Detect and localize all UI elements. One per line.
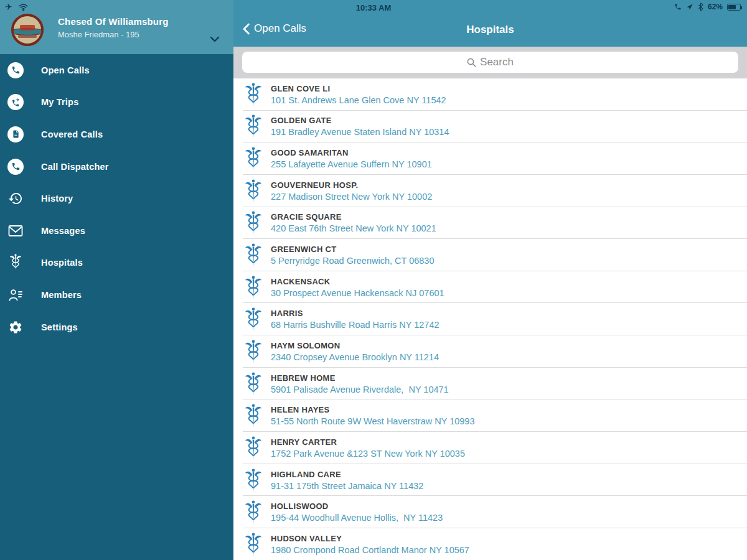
sidebar-item-label: Hospitals: [41, 258, 83, 268]
sidebar-item-messages[interactable]: Messages: [0, 215, 233, 247]
sidebar-item-label: Members: [41, 290, 82, 300]
hospital-list-item[interactable]: HAYM SOLOMON2340 Cropsey Avenue Brooklyn…: [233, 335, 747, 368]
caduceus-icon: [245, 211, 262, 236]
hospital-name: HEBREW HOME: [271, 373, 449, 383]
caduceus-icon: [245, 307, 262, 332]
sidebar-item-members[interactable]: Members: [0, 279, 233, 311]
hospital-name: HARRIS: [271, 309, 439, 318]
caduceus-icon: [245, 500, 262, 525]
sidebar-item-label: Covered Calls: [41, 129, 103, 139]
hospital-address: 2340 Cropsey Avenue Brooklyn NY 11214: [271, 352, 439, 362]
hospital-name: HAYM SOLOMON: [271, 341, 439, 350]
chevron-down-icon[interactable]: [210, 34, 220, 45]
phone-circle-icon: [7, 62, 24, 78]
hospital-list-item[interactable]: HUDSON VALLEY1980 Crompond Road Cortland…: [233, 528, 747, 560]
sidebar: Chesed Of Williamsburg Moshe Friedman - …: [0, 0, 233, 560]
sidebar-item-my-trips[interactable]: My Trips: [0, 86, 233, 119]
members-icon: [7, 287, 24, 303]
sidebar-item-label: Call Dispatcher: [41, 162, 109, 172]
hospital-address: 1980 Crompond Road Cortlandt Manor NY 10…: [271, 545, 469, 555]
hospital-list-item[interactable]: GREENWICH CT5 Perryridge Road Greenwich,…: [233, 239, 747, 271]
caduceus-icon: [245, 533, 262, 558]
hospital-address: 51-55 North Route 9W West Haverstraw NY …: [271, 416, 474, 426]
hospital-name: GOOD SAMARITAN: [271, 148, 432, 157]
hospital-address: 5901 Palisade Avenue Riverdale, NY 10471: [271, 385, 449, 394]
hospital-address: 101 St. Andrews Lane Glen Cove NY 11542: [271, 95, 446, 105]
hospital-list-item[interactable]: GOLDEN GATE191 Bradley Avenue Staten Isl…: [233, 111, 747, 143]
caduceus-icon: [245, 340, 262, 365]
sidebar-item-open-calls[interactable]: Open Calls: [0, 54, 233, 86]
hospital-list-item[interactable]: HACKENSACK30 Prospect Avenue Hackensack …: [233, 271, 747, 304]
hospital-list-item[interactable]: GRACIE SQUARE420 East 76th Street New Yo…: [233, 207, 747, 240]
caduceus-icon: [245, 83, 262, 108]
hospitals-caduceus-icon: [7, 254, 24, 271]
hospital-address: 91-31 175th Street Jamaica NY 11432: [271, 481, 423, 491]
app-screen: Chesed Of Williamsburg Moshe Friedman - …: [0, 0, 747, 560]
hospital-address: 30 Prospect Avenue Hackensack NJ 07601: [271, 288, 444, 298]
caduceus-icon: [245, 436, 262, 461]
user-name: Moshe Friedman - 195: [58, 30, 169, 39]
hospital-address: 191 Bradley Avenue Staten Island NY 1031…: [271, 127, 449, 137]
covered-calls-circle-icon: [7, 126, 24, 142]
hospital-address: 195-44 Woodhull Avenue Hollis, NY 11423: [271, 513, 443, 523]
sidebar-item-covered-calls[interactable]: Covered Calls: [0, 118, 233, 151]
hospital-list-item[interactable]: HARRIS68 Harris Bushville Road Harris NY…: [233, 303, 747, 335]
hospital-address: 227 Madison Street New York NY 10002: [271, 192, 432, 202]
sidebar-item-label: Messages: [41, 226, 85, 236]
hospital-list-item[interactable]: HELEN HAYES51-55 North Route 9W West Hav…: [233, 399, 747, 432]
caduceus-icon: [245, 179, 262, 204]
hospital-list-item[interactable]: HIGHLAND CARE91-31 175th Street Jamaica …: [233, 464, 747, 497]
hospital-address: 5 Perryridge Road Greenwich, CT 06830: [271, 256, 434, 266]
sidebar-item-label: History: [41, 194, 73, 203]
sidebar-item-call-dispatcher[interactable]: Call Dispatcher: [0, 151, 233, 183]
sidebar-item-hospitals[interactable]: Hospitals: [0, 247, 233, 279]
hospital-address: 255 Lafayette Avenue Suffern NY 10901: [271, 159, 432, 169]
sidebar-item-label: Settings: [41, 322, 78, 332]
hospital-name: GREENWICH CT: [271, 245, 434, 254]
caduceus-icon: [245, 243, 262, 268]
caduceus-icon: [245, 469, 262, 493]
sidebar-item-label: My Trips: [41, 97, 78, 107]
navigation-bar: Open Calls Hospitals: [233, 0, 747, 47]
org-name: Chesed Of Williamsburg: [58, 16, 169, 27]
hospital-name: HUDSON VALLEY: [271, 534, 469, 543]
hospital-list-item[interactable]: GOUVERNEUR HOSP.227 Madison Street New Y…: [233, 175, 747, 207]
hospital-list-item[interactable]: HEBREW HOME5901 Palisade Avenue Riverdal…: [233, 368, 747, 400]
hospital-name: HENRY CARTER: [271, 437, 465, 447]
caduceus-icon: [245, 404, 262, 429]
page-title: Hospitals: [233, 24, 747, 36]
messages-icon: [7, 223, 24, 239]
hospital-name: GLEN COVE LI: [271, 84, 446, 93]
content-panel: Open Calls Hospitals Search GLEN COVE LI…: [233, 0, 747, 560]
search-bar-strip: Search: [233, 47, 747, 78]
org-logo-avatar: [11, 14, 44, 46]
settings-gear-icon: [7, 319, 24, 335]
hospital-address: 1752 Park Avenue &123 ST New York NY 100…: [271, 449, 465, 459]
sidebar-item-label: Open Calls: [41, 65, 90, 75]
history-icon: [7, 190, 24, 207]
dispatcher-phone-circle-icon: [7, 159, 24, 175]
trips-phone-circle-icon: [7, 94, 24, 110]
hospital-list-item[interactable]: HENRY CARTER1752 Park Avenue &123 ST New…: [233, 432, 747, 464]
hospital-name: HOLLISWOOD: [271, 502, 443, 511]
caduceus-icon: [245, 114, 262, 139]
hospital-name: HIGHLAND CARE: [271, 470, 423, 479]
caduceus-icon: [245, 147, 262, 172]
hospital-name: GOUVERNEUR HOSP.: [271, 180, 432, 190]
hospital-list-item[interactable]: GOOD SAMARITAN255 Lafayette Avenue Suffe…: [233, 142, 747, 175]
caduceus-icon: [245, 276, 262, 301]
search-icon: [467, 58, 476, 67]
search-placeholder: Search: [480, 56, 514, 68]
hospital-address: 420 East 76th Street New York NY 10021: [271, 223, 436, 233]
profile-header[interactable]: Chesed Of Williamsburg Moshe Friedman - …: [0, 0, 233, 54]
hospital-name: HELEN HAYES: [271, 405, 474, 414]
hospital-list-item[interactable]: GLEN COVE LI101 St. Andrews Lane Glen Co…: [233, 78, 747, 111]
sidebar-item-history[interactable]: History: [0, 182, 233, 215]
sidebar-item-settings[interactable]: Settings: [0, 311, 233, 343]
hospital-list: GLEN COVE LI101 St. Andrews Lane Glen Co…: [233, 78, 747, 560]
caduceus-icon: [245, 372, 262, 397]
search-input[interactable]: Search: [242, 52, 738, 73]
hospital-name: HACKENSACK: [271, 277, 444, 286]
hospital-name: GOLDEN GATE: [271, 116, 449, 125]
hospital-list-item[interactable]: HOLLISWOOD195-44 Woodhull Avenue Hollis,…: [233, 496, 747, 528]
